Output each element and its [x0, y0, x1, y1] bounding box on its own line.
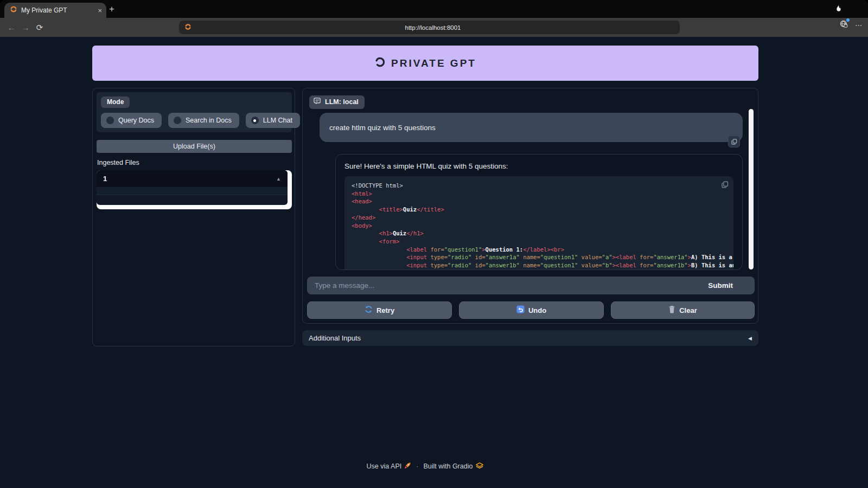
- undo-icon: [516, 305, 525, 315]
- copy-code-button[interactable]: [722, 181, 729, 190]
- radio-icon: [106, 117, 114, 124]
- app-header-banner: PRIVATE GPT: [92, 46, 758, 81]
- url-text[interactable]: http://localhost:8001: [192, 24, 674, 31]
- mode-option-llm-chat[interactable]: LLM Chat: [246, 113, 300, 128]
- additional-inputs-accordion[interactable]: Additional Inputs ◀: [302, 330, 758, 346]
- upload-files-button[interactable]: Upload File(s): [97, 140, 292, 153]
- mode-option-search-in-docs[interactable]: Search in Docs: [168, 113, 239, 128]
- mode-option-query-docs[interactable]: Query Docs: [101, 113, 162, 128]
- mode-block: Mode Query Docs Search in Docs LLM Chat: [97, 92, 292, 132]
- llm-model-badge: LLM: local: [309, 95, 365, 109]
- radio-icon: [174, 117, 181, 124]
- tab-title: My Private GPT: [21, 7, 94, 14]
- radio-icon: [251, 117, 259, 124]
- mode-radio-group: Query Docs Search in Docs LLM Chat: [101, 113, 300, 128]
- table-header-row[interactable]: 1 ▲: [97, 170, 288, 187]
- user-message: create htlm quiz with 5 questions: [320, 113, 743, 142]
- gradio-footer: Use via API · Built with Gradio: [92, 462, 758, 471]
- rocket-icon: [404, 462, 411, 471]
- notification-dot: [846, 18, 850, 22]
- app-title: PRIVATE GPT: [391, 57, 476, 69]
- tab-strip: My Private GPT × +: [0, 0, 868, 18]
- retry-icon: [365, 305, 373, 315]
- use-via-api-link[interactable]: Use via API: [367, 462, 412, 471]
- chat-scrollbar-thumb[interactable]: [749, 109, 754, 269]
- clear-button[interactable]: Clear: [611, 301, 755, 319]
- table-row[interactable]: [97, 195, 288, 204]
- close-tab-icon[interactable]: ×: [98, 7, 102, 15]
- retry-button[interactable]: Retry: [307, 301, 452, 319]
- copy-message-button[interactable]: [728, 136, 740, 147]
- gradio-logo-icon: [475, 462, 484, 471]
- message-input-row: Type a message... Submit: [307, 277, 755, 294]
- favicon-icon: [10, 5, 17, 15]
- mode-label: Mode: [101, 97, 130, 108]
- browser-tab[interactable]: My Private GPT ×: [4, 3, 106, 18]
- code-content: <!DOCTYPE html><html><head> <title>Quiz<…: [352, 182, 726, 270]
- bot-message: Sure! Here's a simple HTML quiz with 5 q…: [335, 154, 743, 270]
- settings-panel: Mode Query Docs Search in Docs LLM Chat: [92, 88, 295, 346]
- site-permissions-icon[interactable]: [839, 20, 848, 31]
- flame-icon: [834, 4, 843, 16]
- private-gpt-logo-icon: [374, 56, 386, 70]
- site-favicon-icon: [184, 23, 192, 33]
- footer-separator: ·: [416, 463, 418, 470]
- ingested-files-table[interactable]: 1 ▲: [97, 170, 292, 209]
- back-icon[interactable]: ←: [4, 23, 18, 32]
- undo-button[interactable]: Undo: [459, 301, 604, 319]
- sort-ascending-icon[interactable]: ▲: [276, 176, 281, 182]
- browser-menu-icon[interactable]: ⋯: [855, 21, 863, 29]
- forward-icon[interactable]: →: [18, 23, 33, 32]
- browser-window: My Private GPT × + ← → ⟳ http://localhos…: [0, 0, 868, 488]
- message-input[interactable]: Type a message...: [315, 281, 708, 290]
- built-with-gradio-link[interactable]: Built with Gradio: [423, 462, 484, 471]
- chat-bubble-icon: [314, 98, 321, 106]
- code-block: <!DOCTYPE html><html><head> <title>Quiz<…: [344, 176, 733, 270]
- bot-message-text: Sure! Here's a simple HTML quiz with 5 q…: [344, 162, 733, 170]
- chat-panel: LLM: local create htlm quiz with 5 quest…: [302, 88, 758, 324]
- table-header-cell[interactable]: 1: [103, 175, 276, 183]
- address-bar[interactable]: http://localhost:8001: [179, 21, 680, 34]
- table-row[interactable]: [97, 187, 288, 195]
- webpage: PRIVATE GPT Mode Query Docs Search in Do…: [0, 37, 868, 488]
- ingested-files-label: Ingested Files: [97, 159, 139, 166]
- trash-icon: [668, 305, 675, 315]
- additional-inputs-label: Additional Inputs: [309, 334, 748, 342]
- collapse-left-icon[interactable]: ◀: [748, 336, 752, 341]
- new-tab-icon[interactable]: +: [109, 4, 114, 14]
- reload-icon[interactable]: ⟳: [33, 23, 47, 33]
- submit-button[interactable]: Submit: [708, 281, 733, 290]
